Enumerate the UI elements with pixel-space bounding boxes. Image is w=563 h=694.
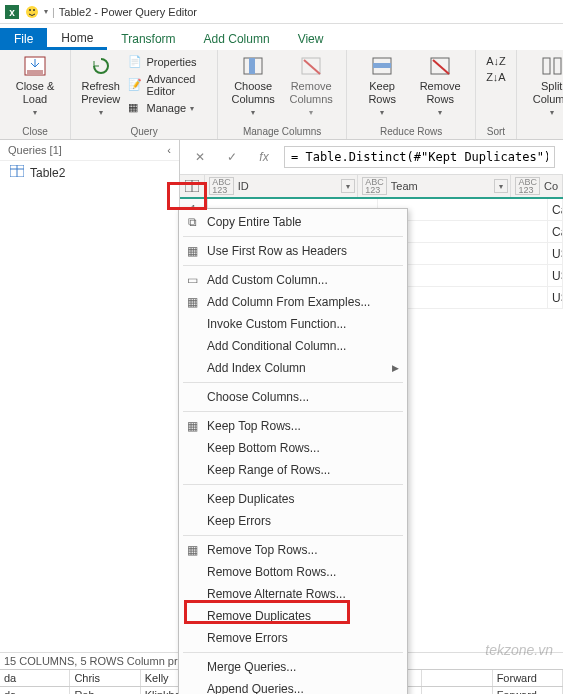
column-co[interactable]: ABC 123 Co [511, 175, 563, 197]
smiley-icon[interactable] [24, 4, 40, 20]
chevron-down-icon[interactable]: ▾ [494, 179, 508, 193]
svg-rect-11 [373, 63, 391, 68]
group-cols: Manage Columns [243, 126, 321, 137]
remove-top-icon: ▦ [183, 543, 201, 557]
choose-columns-button[interactable]: Choose Columns▾ [226, 54, 280, 118]
advanced-editor-button[interactable]: 📝Advanced Editor [126, 72, 209, 98]
tab-view[interactable]: View [284, 28, 338, 50]
cancel-icon[interactable]: ✕ [188, 147, 212, 167]
properties-button[interactable]: 📄Properties [126, 54, 209, 70]
menu-keep-errors[interactable]: Keep Errors [179, 510, 407, 532]
qat-dropdown-icon[interactable]: ▾ [44, 7, 48, 16]
column-id[interactable]: ABC 123 ID ▾ [205, 175, 358, 197]
svg-rect-15 [554, 58, 561, 74]
excel-icon: x [4, 4, 20, 20]
menu-remove-alternate[interactable]: Remove Alternate Rows... [179, 583, 407, 605]
accept-icon[interactable]: ✓ [220, 147, 244, 167]
remove-rows-icon [426, 54, 454, 78]
window-title: Table2 - Power Query Editor [59, 6, 197, 18]
menu-keep-range[interactable]: Keep Range of Rows... [179, 459, 407, 481]
keep-top-icon: ▦ [183, 419, 201, 433]
group-query: Query [130, 126, 157, 137]
menu-copy-table[interactable]: ⧉Copy Entire Table [179, 211, 407, 233]
menu-invoke-function[interactable]: Invoke Custom Function... [179, 313, 407, 335]
menu-use-first-row[interactable]: ▦Use First Row as Headers [179, 240, 407, 262]
queries-header: Queries [1] [8, 144, 62, 156]
refresh-preview-button[interactable]: Refresh Preview ▾ [79, 54, 122, 118]
close-load-icon [21, 54, 49, 78]
remove-rows-button[interactable]: Remove Rows▾ [413, 54, 467, 118]
table-icon [10, 165, 24, 180]
menu-append-queries[interactable]: Append Queries... [179, 678, 407, 694]
menu-merge-queries[interactable]: Merge Queries... [179, 656, 407, 678]
menu-keep-top[interactable]: ▦Keep Top Rows... [179, 415, 407, 437]
headers-icon: ▦ [183, 244, 201, 258]
svg-line-13 [433, 60, 449, 74]
split-column-icon [538, 54, 563, 78]
tab-addcolumn[interactable]: Add Column [190, 28, 284, 50]
collapse-icon[interactable]: ‹ [167, 144, 171, 156]
svg-rect-14 [543, 58, 550, 74]
menu-remove-duplicates[interactable]: Remove Duplicates [179, 605, 407, 627]
close-load-button[interactable]: Close & Load ▾ [8, 54, 62, 118]
editor-icon: 📝 [128, 78, 142, 92]
title-bar: x ▾ | Table2 - Power Query Editor [0, 0, 563, 24]
sort-asc-button[interactable]: A↓Z [484, 54, 508, 68]
menu-add-custom-column[interactable]: ▭Add Custom Column... [179, 269, 407, 291]
ribbon-tabs: File Home Transform Add Column View [0, 24, 563, 50]
menu-add-column-examples[interactable]: ▦Add Column From Examples... [179, 291, 407, 313]
remove-columns-icon [297, 54, 325, 78]
group-sort: Sort [487, 126, 505, 137]
menu-remove-errors[interactable]: Remove Errors [179, 627, 407, 649]
svg-text:x: x [9, 7, 15, 18]
remove-columns-button[interactable]: Remove Columns▾ [284, 54, 338, 118]
menu-add-conditional[interactable]: Add Conditional Column... [179, 335, 407, 357]
tab-transform[interactable]: Transform [107, 28, 189, 50]
table-context-menu: ⧉Copy Entire Table ▦Use First Row as Hea… [178, 208, 408, 694]
refresh-icon [87, 54, 115, 78]
formula-input[interactable] [284, 146, 555, 168]
split-column-button[interactable]: Split Column▾ [525, 54, 563, 118]
manage-icon: ▦ [128, 101, 142, 115]
tab-file[interactable]: File [0, 28, 47, 50]
queries-pane: Queries [1] ‹ Table2 [0, 140, 180, 652]
group-close: Close [22, 126, 48, 137]
properties-icon: 📄 [128, 55, 142, 69]
menu-keep-bottom[interactable]: Keep Bottom Rows... [179, 437, 407, 459]
group-rows: Reduce Rows [380, 126, 442, 137]
examples-icon: ▦ [183, 295, 201, 309]
ribbon: Close & Load ▾ Close Refresh Preview ▾ 📄… [0, 50, 563, 140]
fx-icon[interactable]: fx [252, 147, 276, 167]
query-item-table2[interactable]: Table2 [0, 161, 179, 184]
menu-remove-bottom[interactable]: Remove Bottom Rows... [179, 561, 407, 583]
menu-remove-top[interactable]: ▦Remove Top Rows... [179, 539, 407, 561]
sort-desc-button[interactable]: Z↓A [484, 70, 508, 84]
tab-home[interactable]: Home [47, 27, 107, 50]
copy-icon: ⧉ [183, 215, 201, 229]
sort-desc-icon: Z↓A [486, 71, 506, 83]
custom-col-icon: ▭ [183, 273, 201, 287]
menu-choose-columns[interactable]: Choose Columns... [179, 386, 407, 408]
column-team[interactable]: ABC 123 Team ▾ [358, 175, 511, 197]
watermark: tekzone.vn [485, 642, 553, 658]
chevron-down-icon[interactable]: ▾ [341, 179, 355, 193]
table-corner-button[interactable] [180, 175, 205, 197]
menu-keep-duplicates[interactable]: Keep Duplicates [179, 488, 407, 510]
sort-asc-icon: A↓Z [486, 55, 506, 67]
keep-rows-icon [368, 54, 396, 78]
svg-line-9 [304, 60, 320, 74]
choose-columns-icon [239, 54, 267, 78]
menu-add-index[interactable]: Add Index Column▶ [179, 357, 407, 379]
keep-rows-button[interactable]: Keep Rows▾ [355, 54, 409, 118]
manage-button[interactable]: ▦Manage ▾ [126, 100, 209, 116]
svg-point-2 [26, 6, 38, 18]
svg-point-4 [33, 9, 35, 11]
svg-point-3 [29, 9, 31, 11]
svg-rect-7 [249, 58, 255, 74]
formula-bar: ✕ ✓ fx [180, 140, 563, 175]
